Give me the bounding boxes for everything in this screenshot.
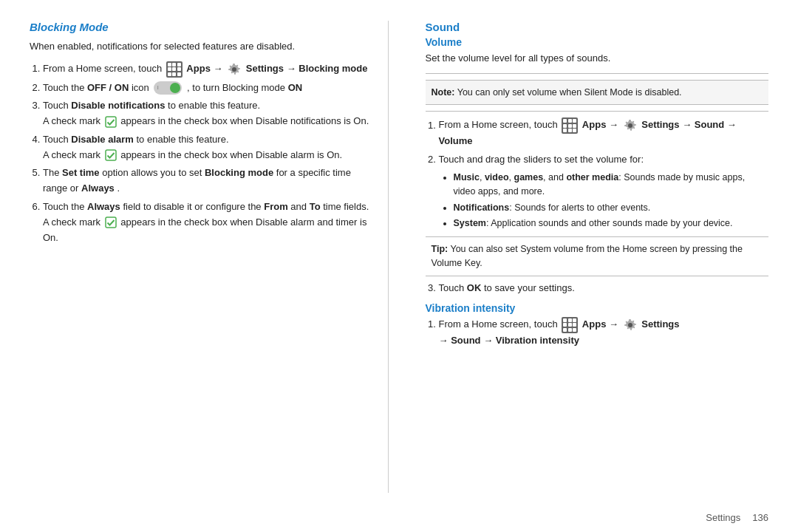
volume-step-2: Touch and drag the sliders to set the vo… <box>439 152 769 231</box>
left-steps-list: From a Home screen, touch Apps → Setting… <box>30 61 373 246</box>
apps-grid-icon-1 <box>166 61 183 78</box>
volume-bullet-list: Music, video, games, and other media: So… <box>439 171 769 231</box>
step3-main: Touch <box>43 100 71 111</box>
note-block: Note: You can only set volume when Silen… <box>426 80 769 106</box>
step6-bold2: From <box>264 201 288 212</box>
step1-arrow2: → <box>287 63 296 74</box>
step5-rest: option allows you to set <box>102 167 205 178</box>
vstep1-arrow1: → <box>609 120 621 131</box>
step6-bold3: To <box>310 201 321 212</box>
tip-label: Tip: <box>432 244 449 254</box>
checkmark-icon-3 <box>105 216 117 228</box>
checkmark-icon-2 <box>105 149 117 161</box>
bullet-notifications: Notifications: Sounds for alerts to othe… <box>454 201 769 215</box>
volume-step3-list: Touch OK to save your settings. <box>426 281 769 296</box>
vstep3-main: Touch <box>439 282 467 293</box>
svg-rect-1 <box>106 117 116 127</box>
toggle-off-on-icon: I <box>154 81 182 95</box>
step3-rest: to enable this feature. <box>168 100 260 111</box>
footer: Settings 136 <box>0 508 798 532</box>
step5-period: . <box>117 183 120 194</box>
volume-steps-list: From a Home screen, touch Apps → Setting… <box>426 117 769 231</box>
step3-bold: Disable notifications <box>71 100 165 111</box>
left-intro: When enabled, notifications for selected… <box>30 39 373 54</box>
vibstep1-main: From a Home screen, touch <box>439 318 561 330</box>
step2-main: Touch the <box>43 82 87 93</box>
note-text: You can only set volume when Silent Mode… <box>457 87 682 98</box>
footer-page: 136 <box>752 512 768 523</box>
tip-block: Tip: You can also set System volume from… <box>426 236 769 276</box>
footer-label: Settings <box>706 512 740 523</box>
apps-grid-icon-2 <box>562 117 578 134</box>
step4-bold: Disable alarm <box>71 134 134 145</box>
step2-middle: icon <box>132 82 151 93</box>
left-step-3: Touch Disable notifications to enable th… <box>43 98 373 129</box>
step4-sub: A check mark <box>43 149 103 160</box>
right-subsection2: Vibration intensity <box>426 302 769 314</box>
step2-bold: OFF / ON <box>87 82 129 93</box>
right-subsection1: Volume <box>426 36 769 48</box>
right-column: Sound Volume Set the volume level for al… <box>418 21 769 493</box>
vstep3-rest: to save your settings. <box>484 282 575 293</box>
checkmark-icon-1 <box>105 116 117 128</box>
svg-rect-2 <box>106 150 116 160</box>
volume-step-1: From a Home screen, touch Apps → Setting… <box>439 117 769 149</box>
vstep1-settings-label: Settings <box>641 120 682 131</box>
step5-main: The <box>43 167 62 178</box>
vstep3-bold: OK <box>467 282 482 293</box>
vibstep1-settings-label: Settings <box>641 318 679 330</box>
step6-and: and <box>290 201 309 212</box>
step6-bold: Always <box>87 201 120 212</box>
vibstep1-rest-bold: Sound → Vibration intensity <box>451 335 579 346</box>
left-step-5: The Set time option allows you to set Bl… <box>43 166 373 197</box>
step4-sub2: appears in the check box when Disable al… <box>120 149 342 160</box>
step1-apps-label: Apps <box>186 63 213 74</box>
right-section-title: Sound <box>426 21 769 33</box>
settings-gear-icon-3 <box>623 318 638 332</box>
step1-rest: Blocking mode <box>299 63 367 74</box>
step3-sub2: appears in the check box when Disable no… <box>120 115 369 126</box>
apps-grid-icon-3 <box>562 317 578 333</box>
left-step-1: From a Home screen, touch Apps → Setting… <box>43 61 373 78</box>
step4-rest: to enable this feature. <box>136 134 228 145</box>
note-label: Note: <box>432 87 455 98</box>
vib-steps-list: From a Home screen, touch Apps → Setting… <box>426 317 769 349</box>
step1-arrow1: → <box>213 63 225 74</box>
left-column: Blocking Mode When enabled, notification… <box>30 21 389 493</box>
vstep1-apps-label: Apps <box>582 120 609 131</box>
bullet-music: Music, video, games, and other media: So… <box>454 171 769 200</box>
step3-sub: A check mark <box>43 115 103 126</box>
divider-1 <box>426 73 769 74</box>
step5-bold-end: Always <box>81 183 115 194</box>
step1-settings-label: Settings <box>246 63 284 74</box>
step1-main: From a Home screen, touch <box>43 63 165 74</box>
vstep2-main: Touch and drag the sliders to set the vo… <box>439 154 644 165</box>
settings-gear-icon-1 <box>227 62 242 77</box>
svg-rect-3 <box>106 217 116 228</box>
step2-bold-end: ON <box>288 82 303 93</box>
vibstep1-apps-label: Apps <box>582 318 609 330</box>
vstep1-rest: → <box>682 120 695 131</box>
vib-step-1: From a Home screen, touch Apps → Setting… <box>439 317 769 349</box>
left-step-4: Touch Disable alarm to enable this featu… <box>43 132 373 163</box>
vibstep1-rest: → <box>439 335 451 346</box>
step5-bold: Set time <box>62 167 100 178</box>
bullet-system: System: Application sounds and other sou… <box>454 216 769 231</box>
step6-main: Touch the <box>43 201 87 212</box>
step6-rest: field to disable it or configure the <box>123 201 264 212</box>
left-step-2: Touch the OFF / ON icon I , to turn Bloc… <box>43 81 373 96</box>
step2-rest: , to turn Blocking mode <box>187 82 288 93</box>
step5-bold2: Blocking mode <box>205 167 273 178</box>
vibstep1-arrow1: → <box>609 318 621 330</box>
settings-gear-icon-2 <box>623 118 638 133</box>
volume-step-3: Touch OK to save your settings. <box>439 281 769 296</box>
vstep1-main: From a Home screen, touch <box>439 120 561 131</box>
left-section-title: Blocking Mode <box>30 21 373 33</box>
divider-2 <box>426 111 769 112</box>
step4-main: Touch <box>43 134 71 145</box>
left-step-6: Touch the Always field to disable it or … <box>43 200 373 245</box>
page: Blocking Mode When enabled, notification… <box>0 0 798 532</box>
tip-text: You can also set System volume from the … <box>432 244 743 268</box>
volume-intro: Set the volume level for all types of so… <box>426 51 769 66</box>
